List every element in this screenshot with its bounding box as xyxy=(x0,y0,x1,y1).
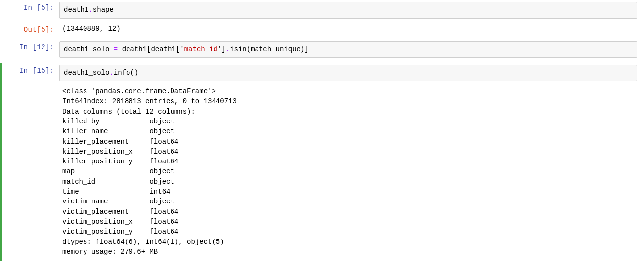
code-input-area[interactable]: death1_solo.info() xyxy=(59,65,637,81)
output-prompt: Out[5]: xyxy=(0,22,59,38)
code-token: ( xyxy=(247,45,251,53)
code-token: . xyxy=(226,45,230,53)
output-cell: Out[5]: (13440889, 12) xyxy=(0,22,644,38)
output-line: match_id object xyxy=(62,178,174,186)
code-token: death1 xyxy=(118,45,147,53)
input-prompt: In [15]: xyxy=(2,63,59,84)
code-token: . xyxy=(88,6,92,14)
input-prompt: In [5]: xyxy=(0,0,59,22)
cell-content: <class 'pandas.core.frame.DataFrame'> In… xyxy=(59,84,644,261)
output-line: memory usage: 279.6+ MB xyxy=(62,248,158,256)
code-token: death1_solo xyxy=(64,69,109,77)
code-input-area[interactable]: death1_solo = death1[death1['match_id'].… xyxy=(59,41,637,58)
output-text: <class 'pandas.core.frame.DataFrame'> In… xyxy=(59,84,637,261)
output-line: time int64 xyxy=(62,188,170,196)
code-token: [' xyxy=(176,45,184,53)
output-line: map object xyxy=(62,167,174,175)
output-line: killer_position_y float64 xyxy=(62,158,178,165)
code-token: death1_solo xyxy=(64,45,114,53)
output-line: victim_position_y float64 xyxy=(62,228,178,236)
notebook-container: In [5]: death1.shape Out[5]: (13440889, … xyxy=(0,0,644,261)
output-text: (13440889, 12) xyxy=(59,22,637,38)
output-line: dtypes: float64(6), int64(1), object(5) xyxy=(62,238,224,246)
code-token: isin xyxy=(230,45,247,53)
code-cell[interactable]: In [12]: death1_solo = death1[death1['ma… xyxy=(0,40,644,61)
code-token: death1 xyxy=(64,6,88,14)
cell-content: death1_solo.info() xyxy=(59,63,644,84)
code-token: match_unique xyxy=(251,45,301,53)
code-token: )] xyxy=(301,45,309,53)
output-line: Int64Index: 2818813 entries, 0 to 134407… xyxy=(62,97,237,105)
code-token: match_id xyxy=(184,45,217,53)
output-prompt-empty xyxy=(2,84,59,261)
output-line: killer_name object xyxy=(62,127,174,135)
cell-content: death1_solo = death1[death1['match_id'].… xyxy=(59,40,644,61)
cell-content: (13440889, 12) xyxy=(59,22,644,38)
code-token: () xyxy=(130,69,138,77)
cell-content: death1.shape xyxy=(59,0,644,22)
code-token: . xyxy=(109,69,113,77)
code-token: '] xyxy=(217,45,226,53)
output-line: victim_placement float64 xyxy=(62,208,178,216)
code-cell-selected[interactable]: In [15]: death1_solo.info() <class 'pand… xyxy=(0,63,644,261)
code-cell[interactable]: In [5]: death1.shape xyxy=(0,0,644,22)
output-line: victim_position_x float64 xyxy=(62,218,178,226)
code-token: = xyxy=(114,45,118,53)
code-token: info xyxy=(114,69,130,77)
input-prompt: In [12]: xyxy=(0,40,59,61)
code-token: shape xyxy=(93,6,114,14)
code-input-area[interactable]: death1.shape xyxy=(59,2,637,19)
output-line: killer_position_x float64 xyxy=(62,148,178,156)
code-token: death1 xyxy=(151,45,175,53)
output-line: victim_name object xyxy=(62,198,174,205)
output-line: <class 'pandas.core.frame.DataFrame'> xyxy=(62,87,216,95)
output-line: Data columns (total 12 columns): xyxy=(62,108,195,116)
output-line: killer_placement float64 xyxy=(62,138,178,146)
output-line: killed_by object xyxy=(62,118,174,125)
